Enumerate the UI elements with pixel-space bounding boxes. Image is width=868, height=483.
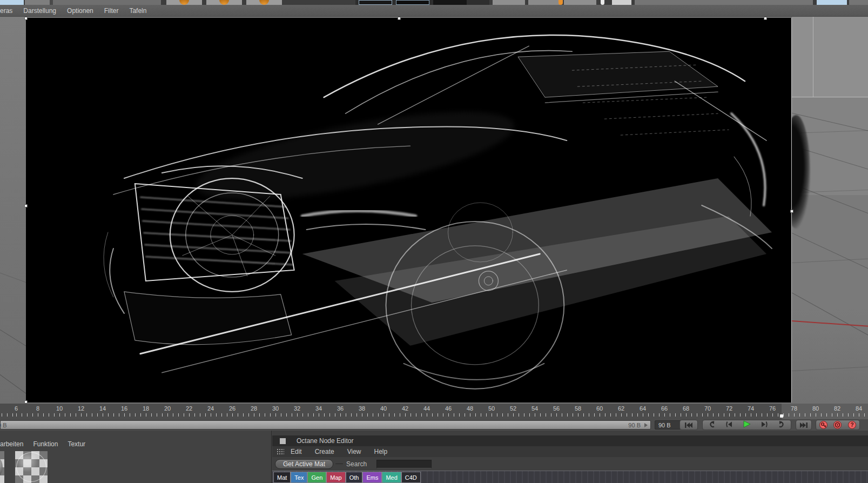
frame-number: 66 [654,405,675,412]
frame-number: 28 [243,405,265,412]
material-menu-item[interactable]: Funktion [33,440,58,448]
power-slider[interactable]: 0 B 90 B [0,420,651,430]
toolbar-button[interactable] [25,0,50,5]
viewport-menu-item[interactable]: Tafeln [129,7,146,15]
material-menu-item[interactable]: arbeiten [0,440,23,448]
next-frame-icon [761,421,769,428]
range-play-arrow-icon [644,423,648,427]
octane-title-bar[interactable]: Octane Node Editor [272,435,868,446]
get-active-mat-button[interactable]: Get Active Mat [275,459,333,469]
frame-number: 62 [610,405,632,412]
frame-number: 18 [135,405,157,412]
node-category-chip[interactable]: Tex [291,472,307,482]
autokeying-button[interactable] [833,421,842,429]
viewport-menu-item[interactable]: eras [0,7,12,15]
previous-frame-icon [725,421,733,428]
wall-grid-line [792,97,868,97]
drag-grip-icon[interactable] [277,448,284,455]
octane-node-editor: Octane Node Editor Edit Create View Help… [272,431,868,483]
texture-thumb[interactable] [433,0,467,5]
transport-bar: 0 B 90 B 90 B [0,419,868,431]
next-key-button[interactable] [778,420,786,430]
go-to-end-button[interactable] [796,420,812,430]
node-category-chip[interactable]: C4D [402,472,420,482]
toolbar-button[interactable] [612,0,631,5]
octane-menu-item[interactable]: Create [315,448,334,455]
frame-number: 64 [632,405,654,412]
node-category-chip[interactable]: Ems [363,472,381,482]
viewport-left-strip [0,17,26,404]
previous-key-button[interactable] [708,420,716,430]
frame-number: 46 [438,405,459,412]
material-manager-menubar: arbeitenFunktionTextur [0,439,272,449]
frame-number: 54 [524,405,546,412]
frame-number: 10 [49,405,70,412]
octane-menu-item[interactable]: View [347,448,361,455]
previous-frame-button[interactable] [725,420,733,430]
next-key-icon [778,421,786,428]
toolbar-strip [849,0,868,5]
play-forward-button[interactable] [743,420,751,430]
viewport-menu-item[interactable]: Optionen [67,7,93,15]
viewport-right-strip [792,17,868,404]
toolbar-button[interactable] [817,0,847,5]
toolbar-button[interactable] [564,0,596,5]
range-end-handle[interactable] [780,414,783,418]
material-menu-item[interactable]: Textur [68,440,85,448]
toolbar-button[interactable] [0,0,24,5]
frame-number: 22 [178,405,200,412]
autokey-ring-icon [835,422,840,428]
viewport-menu-item[interactable]: Filter [104,7,119,15]
render-view-frame[interactable] [26,18,792,403]
search-label: Search [346,460,367,468]
frame-handle[interactable] [764,17,767,20]
toolbar-button[interactable] [528,0,561,5]
node-category-chip[interactable]: Map [327,472,345,482]
window-icon [280,438,286,444]
go-to-start-button[interactable] [679,420,698,430]
frame-number: 26 [221,405,243,412]
node-category-chip[interactable]: Oth [346,472,362,482]
node-category-chip[interactable]: Gen [308,472,326,482]
panel-title: Octane Node Editor [297,437,353,445]
viewport-menu-item[interactable]: Darstellung [23,7,56,15]
frame-number: 6 [5,405,27,412]
top-toolbar-sliver [0,0,868,5]
record-keyframe-button[interactable] [819,421,827,429]
frame-number: 74 [740,405,762,412]
world-x-axis-line [792,320,868,327]
material-thumbnail[interactable] [0,451,4,483]
frame-number: 72 [718,405,740,412]
next-frame-button[interactable] [761,420,769,430]
search-input[interactable] [376,460,432,468]
frame-number: 24 [200,405,221,412]
frame-handle[interactable] [24,17,28,20]
help-button[interactable]: ? [848,421,856,429]
viewport[interactable] [0,17,868,404]
node-category-chip[interactable]: Med [382,472,400,482]
frame-number: 56 [546,405,567,412]
frame-handle[interactable] [24,400,28,404]
toolbar-button[interactable] [493,0,525,5]
octane-menu-item[interactable]: Help [374,448,388,455]
frame-handle[interactable] [398,17,401,20]
texture-thumb[interactable] [359,0,392,5]
toolbar-strip [53,0,161,5]
current-frame-value: 90 B [658,422,671,428]
node-editor-canvas[interactable]: MatTexGenMapOthEmsMedC4D [272,471,868,483]
frame-number: 52 [502,405,524,412]
octane-menu-item[interactable]: Edit [291,448,302,455]
frame-handle[interactable] [790,210,793,213]
frame-handle[interactable] [24,204,28,207]
frame-number: 58 [567,405,589,412]
material-thumbnail-transparent[interactable] [15,451,48,483]
wall-grid-line [813,17,813,97]
texture-thumb[interactable] [396,0,429,5]
go-to-start-icon [684,422,693,428]
timeline-ruler[interactable]: 6810121416182022242628303234363840424446… [0,404,868,419]
orange-dot-icon [559,0,563,5]
frame-number: 68 [675,405,697,412]
record-button-group: ? [816,420,860,430]
frame-number: 50 [481,405,502,412]
node-category-chip[interactable]: Mat [274,472,290,482]
